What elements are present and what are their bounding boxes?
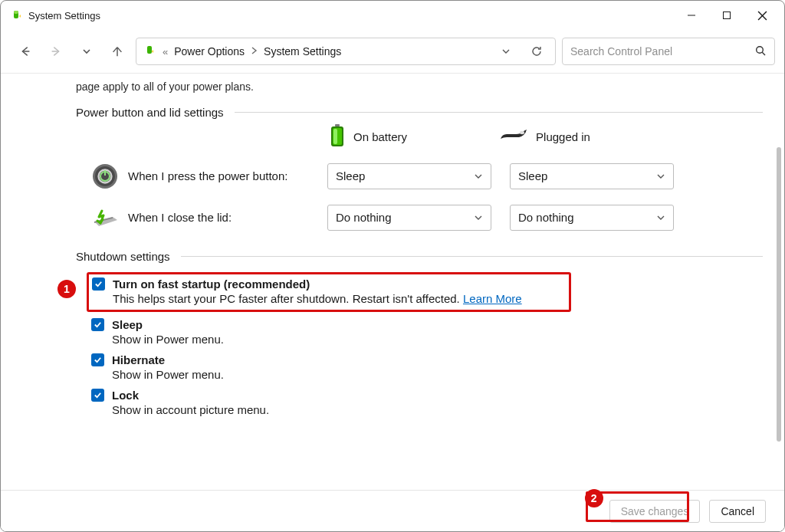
col-plugged-label: Plugged in	[536, 130, 590, 143]
learn-more-link[interactable]: Learn More	[463, 292, 522, 305]
search-icon	[754, 44, 767, 59]
item-desc: Show in Power menu.	[112, 368, 763, 381]
chevron-down-icon	[474, 213, 483, 222]
laptop-lid-icon	[90, 202, 120, 233]
plug-icon	[499, 128, 528, 146]
row-close-lid: When I close the lid: Do nothing Do noth…	[90, 202, 763, 233]
section-power-button: Power button and lid settings	[76, 106, 763, 119]
app-icon	[10, 8, 24, 22]
refresh-button[interactable]	[524, 45, 549, 57]
toolbar: « Power Options System Settings Search C…	[1, 30, 784, 73]
shutdown-item-sleep: Sleep Show in Power menu.	[91, 318, 763, 346]
item-desc: This helps start your PC faster after sh…	[113, 292, 460, 305]
select-lid-plugged[interactable]: Do nothing	[510, 205, 674, 231]
address-dropdown[interactable]	[494, 46, 518, 57]
svg-rect-14	[333, 129, 337, 144]
power-plan-icon	[143, 44, 156, 60]
select-lid-battery[interactable]: Do nothing	[327, 205, 491, 231]
section-shutdown: Shutdown settings	[76, 250, 763, 263]
window-title: System Settings	[28, 10, 100, 21]
row-label: When I close the lid:	[128, 211, 327, 224]
chevron-down-icon	[474, 172, 483, 181]
svg-rect-1	[14, 11, 18, 14]
item-desc: Show in Power menu.	[112, 333, 763, 346]
checkbox-sleep[interactable]	[91, 318, 104, 331]
cancel-button[interactable]: Cancel	[709, 500, 766, 523]
shutdown-item-fast-startup: Turn on fast startup (recommended) This …	[92, 277, 564, 305]
svg-rect-11	[335, 124, 340, 126]
item-title: Sleep	[112, 318, 143, 331]
search-placeholder: Search Control Panel	[570, 45, 748, 57]
checkbox-lock[interactable]	[91, 389, 104, 402]
close-button[interactable]	[744, 3, 780, 28]
svg-point-9	[757, 46, 764, 53]
svg-rect-3	[724, 12, 731, 19]
footer: 2 Save changes Cancel	[1, 490, 784, 531]
maximize-button[interactable]	[709, 3, 744, 28]
battery-icon	[329, 123, 346, 150]
back-button[interactable]	[13, 39, 38, 64]
svg-line-10	[762, 52, 765, 55]
item-title: Hibernate	[112, 353, 165, 366]
chevron-down-icon	[656, 172, 665, 181]
address-bar[interactable]: « Power Options System Settings	[136, 38, 556, 65]
item-desc: Show in account picture menu.	[112, 403, 763, 416]
checkbox-fast-startup[interactable]	[92, 277, 105, 291]
power-button-icon	[90, 161, 120, 192]
row-power-button: When I press the power button: Sleep Sle…	[90, 161, 763, 192]
col-battery-label: On battery	[353, 130, 407, 143]
save-changes-button[interactable]: Save changes	[609, 500, 701, 523]
content-area: page apply to all of your power plans. P…	[1, 73, 784, 531]
column-headers: On battery Plugged in	[329, 123, 763, 150]
titlebar: System Settings	[1, 1, 784, 30]
up-button[interactable]	[105, 39, 130, 64]
breadcrumb-parent[interactable]: Power Options	[174, 45, 245, 57]
row-label: When I press the power button:	[128, 169, 327, 182]
svg-rect-8	[147, 46, 152, 54]
minimize-button[interactable]	[674, 3, 709, 28]
breadcrumb-prefix: «	[163, 46, 168, 57]
recent-dropdown[interactable]	[74, 39, 99, 64]
system-settings-window: System Settings	[0, 0, 785, 532]
checkbox-hibernate[interactable]	[91, 353, 104, 366]
forward-button[interactable]	[44, 39, 68, 64]
annotation-marker-2: 2	[585, 489, 603, 507]
chevron-down-icon	[656, 213, 665, 222]
breadcrumb-current[interactable]: System Settings	[264, 45, 341, 57]
intro-text: page apply to all of your power plans.	[76, 80, 763, 95]
annotation-highlight-1: Turn on fast startup (recommended) This …	[87, 272, 571, 312]
shutdown-item-lock: Lock Show in account picture menu.	[91, 389, 763, 416]
svg-point-15	[520, 130, 524, 133]
select-power-plugged[interactable]: Sleep	[510, 163, 674, 189]
search-box[interactable]: Search Control Panel	[562, 38, 775, 65]
chevron-right-icon	[251, 46, 258, 57]
item-title: Lock	[112, 389, 139, 402]
item-title: Turn on fast startup (recommended)	[113, 277, 310, 291]
section-label: Power button and lid settings	[76, 106, 224, 119]
section-label: Shutdown settings	[76, 250, 170, 263]
annotation-marker-1: 1	[57, 280, 76, 298]
select-power-battery[interactable]: Sleep	[327, 163, 491, 189]
shutdown-item-hibernate: Hibernate Show in Power menu.	[91, 353, 763, 381]
